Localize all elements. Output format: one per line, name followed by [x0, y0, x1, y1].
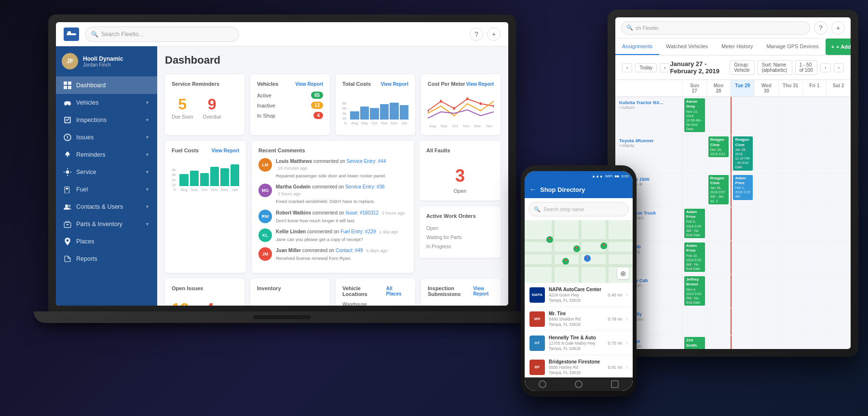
pagination-prev[interactable]: ‹	[820, 63, 830, 72]
total-costs-view-report[interactable]: View Report	[380, 81, 408, 87]
shop-list-item[interactable]: BF Bridgestone Firestone 5505 Hanley Rd …	[525, 355, 633, 377]
phone-home-hw[interactable]	[575, 380, 583, 388]
sidebar-item-dashboard[interactable]: Dashboard	[56, 77, 157, 94]
sidebar-item-contacts-users[interactable]: Contacts & Users ▼	[56, 198, 157, 215]
dashboard-top-grid: Service Reminders 5 Due Soon 9	[165, 74, 501, 135]
vehicle-name[interactable]: Toyota 4Runner	[619, 138, 678, 143]
comment-content: Martha Godwin commented on Service Entry…	[276, 184, 407, 204]
back-button[interactable]: ←	[529, 186, 536, 193]
cal-event[interactable]: Adam PriceFeb 8, 2018 9:45 AM - No End D…	[684, 209, 705, 238]
sidebar-item-fuel-label: Fuel	[76, 186, 88, 193]
user-name-label: Jordan Finch	[83, 62, 123, 67]
cal-day-cell	[683, 135, 707, 173]
shop-address: 4224 Guinn Hwy	[549, 293, 604, 297]
sidebar-item-vehicles[interactable]: Vehicles ▼	[56, 94, 157, 111]
cal-event[interactable]: Zed SmithJun 3, 2016 1:50 PM - No End Da…	[684, 337, 705, 349]
vehicles-icon	[64, 99, 71, 107]
laptop-body: 🔍 Search Fleetio... ? + JF	[48, 14, 516, 313]
shop-list-item[interactable]: HT Hennelly Tire & Auto 12705 N Dale Mab…	[525, 331, 633, 355]
comment-item: KL Kellie Linden commented on Fuel Entry…	[258, 228, 407, 242]
comment-link[interactable]: Issue: #160312	[346, 210, 379, 215]
sidebar-item-fuel[interactable]: Fuel ▼	[56, 181, 157, 198]
fc-bar-3	[200, 173, 209, 187]
cal-event[interactable]: Reagan ClineJan 28, 2019 12:24 PM - No E…	[733, 136, 753, 170]
cal-event[interactable]: Adam PriceFeb 1, 2019 2:15 AM	[733, 175, 753, 200]
tablet-add-btn[interactable]: +	[831, 21, 845, 35]
inspection-view-report[interactable]: View Report	[473, 286, 494, 296]
all-places-link[interactable]: All Places	[386, 286, 408, 296]
shop-address: 5505 Hanley Rd	[549, 365, 604, 370]
calendar-row: ...ress Box Truck• BirminghamAdam PriceF…	[615, 207, 851, 241]
phone-recents-hw[interactable]	[611, 380, 619, 388]
tab-assignments[interactable]: Assignments	[615, 39, 659, 55]
dashboard-icon	[64, 81, 71, 89]
sidebar-item-reminders[interactable]: Reminders ▼	[56, 146, 157, 163]
pagination-select[interactable]: 1 - 50 of 100	[795, 60, 818, 75]
battery-icon: ■■	[615, 174, 620, 178]
overdue-stat: 9 Overdue	[203, 95, 221, 120]
cal-prev-btn[interactable]: ‹	[622, 63, 632, 72]
company-name[interactable]: Hooli Dynamic	[83, 55, 123, 62]
reports-icon	[64, 255, 71, 263]
sidebar-item-parts-inventory[interactable]: Parts & Inventory ▼	[56, 215, 157, 233]
vehicle-sub: • Auburn	[619, 105, 678, 110]
sidebar-item-inspections[interactable]: Inspections ▼	[56, 111, 157, 129]
cost-per-meter-view-report[interactable]: View Report	[466, 81, 494, 87]
tab-manage-gps[interactable]: Manage GPS Devices	[760, 39, 825, 55]
pagination-next[interactable]: ›	[834, 63, 844, 72]
comment-link[interactable]: Contact: #49	[336, 248, 363, 253]
map-road-v3	[606, 220, 609, 283]
sidebar-item-service[interactable]: Service ▼	[56, 163, 157, 181]
tab-watched-vehicles[interactable]: Watched Vehicles	[659, 39, 715, 55]
cal-day-cell	[803, 135, 827, 173]
cal-event[interactable]: Adam PriceFeb 18, 2018 9:25 AM - No End …	[684, 242, 705, 272]
cal-event[interactable]: Reagan ClineJan 18, 2018 8:57 AM - Jan 3…	[708, 175, 729, 204]
fc-bar-1	[179, 174, 188, 186]
cal-day-cell	[755, 174, 779, 207]
svg-point-9	[67, 139, 68, 140]
tablet-search[interactable]: 🔍 ch Fleetio	[621, 21, 810, 35]
cal-event[interactable]: Aaron GrayNov 13, 2018 10:36 AM - No End…	[684, 98, 705, 132]
shop-info: Hennelly Tire & Auto 12705 N Dale Mabry …	[549, 335, 604, 351]
inspections-arrow: ▼	[145, 118, 149, 122]
group-select[interactable]: Group: Vehicle	[730, 60, 754, 75]
recent-comments-title: Recent Comments	[258, 148, 407, 153]
shop-list-item[interactable]: NAPA NAPA AutoCare Center 4224 Guinn Hwy…	[525, 283, 633, 307]
cal-day-cell	[731, 309, 755, 335]
tab-meter-history[interactable]: Meter History	[715, 39, 760, 55]
map-recenter-btn[interactable]: ◎	[617, 268, 629, 279]
vehicles-view-report[interactable]: View Report	[295, 81, 323, 87]
sidebar-item-issues[interactable]: Issues ▼	[56, 129, 157, 146]
cal-event[interactable]: Jeffrey BrownNov 4, 2013 3:43 PM - No En…	[684, 276, 705, 306]
bar-nov	[380, 104, 389, 120]
sidebar-item-reports[interactable]: Reports	[56, 250, 157, 268]
cal-next-btn[interactable]: ›	[660, 63, 670, 72]
fuel-costs-view-report[interactable]: View Report	[211, 148, 239, 153]
open-issues-title: Open Issues	[172, 285, 238, 291]
sort-select[interactable]: Sort: Name (alphabetic)	[758, 60, 792, 75]
add-assignment-button[interactable]: + + Add Assignment	[826, 39, 851, 55]
phone-search[interactable]: 🔍 Search shop name	[529, 202, 629, 216]
comment-link[interactable]: Service Entry: #44	[347, 159, 386, 164]
map-pin-3: 📍	[584, 255, 591, 262]
phone-back-hw[interactable]	[539, 380, 546, 388]
vehicle-name[interactable]: Kubota Tractor BX...	[619, 100, 678, 105]
cal-today-btn[interactable]: Today	[635, 63, 657, 72]
comment-link[interactable]: Fuel Entry: #229	[340, 229, 376, 234]
global-search[interactable]: 🔍 Search Fleetio...	[85, 27, 239, 42]
comment-item: JM Juan Miller commented on Contact: #49…	[258, 247, 407, 261]
sidebar-item-places[interactable]: Places	[56, 233, 157, 250]
cal-event[interactable]: Reagan ClineDec 18, 2018 3:31	[708, 136, 729, 157]
comment-link[interactable]: Service Entry: #36	[345, 184, 385, 189]
day-header-vehicle	[615, 80, 683, 96]
shop-list-item[interactable]: MR Mr. Tire 8490 Sheldon Rd Tampa, FL 33…	[525, 307, 633, 331]
cal-day-cell	[803, 241, 827, 274]
service-arrow: ▼	[145, 170, 149, 174]
help-button[interactable]: ?	[470, 27, 483, 41]
cal-day-cell	[779, 241, 803, 274]
fc-bar-4	[210, 167, 219, 186]
sidebar-item-reminders-label: Reminders	[76, 151, 105, 158]
add-button[interactable]: +	[487, 27, 501, 41]
tablet-help-btn[interactable]: ?	[814, 21, 827, 35]
cal-controls-left: ‹ Today ›	[622, 63, 670, 72]
